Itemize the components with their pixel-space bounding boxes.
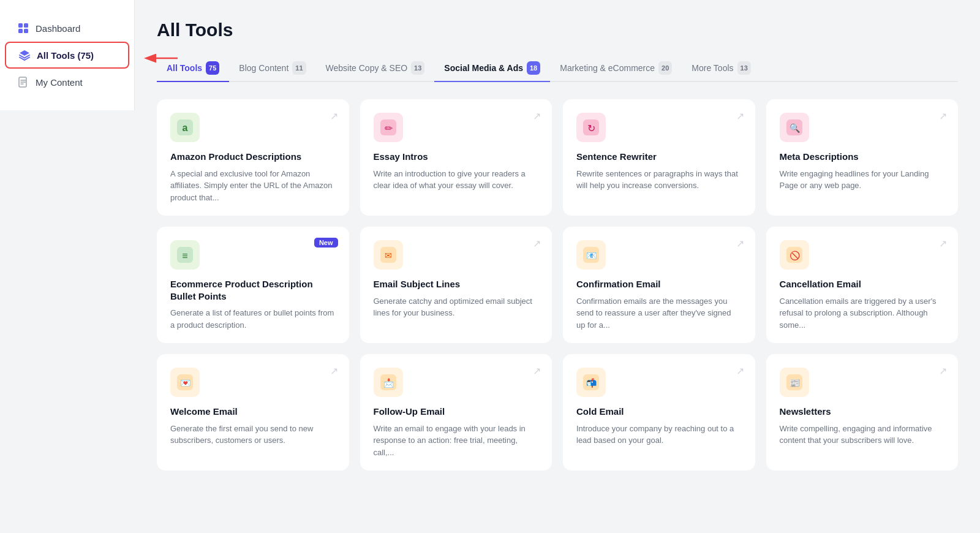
svg-text:≡: ≡ (182, 251, 187, 261)
svg-text:🚫: 🚫 (789, 251, 800, 261)
card-desc-confirmation-email: Confirmation emails are the messages you… (576, 295, 742, 331)
svg-rect-3 (24, 29, 28, 33)
card-icon-confirmation-email: 📧 (576, 240, 606, 270)
card-icon-cold-email: 📬 (576, 368, 606, 397)
card-desc-cold-email: Introduce your company by reaching out t… (576, 423, 742, 447)
card-followup-email[interactable]: 📩 ↗ Follow-Up Email Write an email to en… (360, 354, 552, 471)
card-cold-email[interactable]: 📬 ↗ Cold Email Introduce your company by… (563, 354, 755, 471)
tab-blog-content[interactable]: Blog Content 11 (229, 55, 315, 82)
tab-badge-all-tools: 75 (206, 61, 219, 75)
svg-text:💌: 💌 (180, 378, 191, 388)
card-title-followup-email: Follow-Up Email (374, 406, 539, 418)
svg-rect-2 (18, 29, 23, 33)
card-meta-descriptions[interactable]: 🔍 ↗ Meta Descriptions Write engaging hea… (766, 99, 959, 216)
tab-badge-blog-content: 11 (292, 61, 306, 75)
tab-more-tools[interactable]: More Tools 13 (682, 55, 760, 82)
card-title-amazon: Amazon Product Descriptions (170, 151, 336, 163)
card-icon-welcome-email: 💌 (170, 368, 200, 397)
card-essay-intros[interactable]: ✏ ↗ Essay Intros Write an introduction t… (360, 99, 552, 216)
card-icon-ecommerce-bullets: ≡ (170, 240, 200, 270)
arrow-icon: ↗ (736, 110, 744, 122)
card-confirmation-email[interactable]: 📧 ↗ Confirmation Email Confirmation emai… (563, 227, 755, 343)
card-newsletters[interactable]: 📰 ↗ Newsletters Write compelling, engagi… (766, 354, 959, 471)
tab-badge-website-copy: 13 (411, 61, 424, 75)
card-desc-ecommerce-bullets: Generate a list of features or bullet po… (170, 307, 336, 331)
card-desc-essay-intros: Write an introduction to give your reade… (374, 168, 539, 192)
svg-text:✉: ✉ (385, 251, 392, 260)
svg-text:a: a (183, 123, 188, 133)
tab-label-social-media: Social Media & Ads (444, 63, 523, 73)
card-desc-newsletters: Write compelling, engaging and informati… (780, 423, 945, 447)
tab-badge-more-tools: 13 (737, 61, 751, 75)
sidebar-label-all-tools: All Tools (75) (37, 50, 94, 61)
card-cancellation-email[interactable]: 🚫 ↗ Cancellation Email Cancellation emai… (766, 227, 959, 343)
grid-icon (17, 22, 29, 34)
tab-label-blog-content: Blog Content (239, 63, 288, 73)
card-title-newsletters: Newsletters (780, 406, 945, 418)
svg-text:📰: 📰 (789, 378, 800, 388)
sidebar-label-dashboard: Dashboard (36, 23, 80, 34)
card-icon-amazon: a (170, 113, 200, 142)
arrow-icon: ↗ (533, 365, 541, 377)
card-desc-cancellation-email: Cancellation emails are triggered by a u… (780, 295, 945, 331)
card-title-email-subject: Email Subject Lines (374, 278, 539, 290)
arrow-icon: ↗ (736, 238, 744, 249)
tab-website-copy[interactable]: Website Copy & SEO 13 (316, 55, 435, 82)
new-badge: New (314, 238, 338, 248)
svg-text:✏: ✏ (384, 123, 393, 134)
layers-icon (18, 49, 31, 61)
tab-marketing[interactable]: Marketing & eCommerce 20 (550, 55, 682, 82)
card-email-subject[interactable]: ✉ ↗ Email Subject Lines Generate catchy … (360, 227, 552, 343)
card-ecommerce-bullets[interactable]: ≡ New Ecommerce Product Description Bull… (157, 227, 349, 343)
card-title-ecommerce-bullets: Ecommerce Product Description Bullet Poi… (170, 278, 336, 302)
card-amazon[interactable]: a ↗ Amazon Product Descriptions A specia… (157, 99, 349, 216)
card-icon-meta-descriptions: 🔍 (780, 113, 809, 142)
card-welcome-email[interactable]: 💌 ↗ Welcome Email Generate the first ema… (157, 354, 349, 471)
svg-text:📩: 📩 (383, 378, 394, 388)
card-icon-email-subject: ✉ (374, 240, 403, 270)
card-title-welcome-email: Welcome Email (170, 406, 336, 418)
sidebar-item-all-tools[interactable]: All Tools (75) (5, 42, 129, 69)
tab-social-media[interactable]: Social Media & Ads 18 (434, 55, 550, 82)
card-sentence-rewriter[interactable]: ↻ ↗ Sentence Rewriter Rewrite sentences … (563, 99, 755, 216)
card-title-cancellation-email: Cancellation Email (780, 278, 945, 290)
svg-rect-1 (24, 23, 28, 28)
arrow-icon: ↗ (939, 365, 947, 377)
card-desc-email-subject: Generate catchy and optimized email subj… (374, 295, 539, 319)
page-title: All Tools (157, 20, 958, 40)
card-desc-welcome-email: Generate the first email you send to new… (170, 423, 336, 447)
arrow-icon: ↗ (939, 238, 947, 249)
arrow-icon: ↗ (330, 110, 338, 122)
svg-rect-0 (18, 23, 23, 28)
svg-text:↻: ↻ (587, 123, 595, 134)
arrow-icon: ↗ (736, 365, 744, 377)
card-desc-meta-descriptions: Write engaging headlines for your Landin… (780, 168, 945, 192)
card-icon-cancellation-email: 🚫 (780, 240, 809, 270)
arrow-icon: ↗ (330, 365, 338, 377)
card-title-sentence-rewriter: Sentence Rewriter (576, 151, 742, 163)
tabs-bar: All Tools 75 Blog Content 11 Website Cop… (157, 55, 958, 82)
sidebar-item-my-content[interactable]: My Content (5, 70, 129, 94)
card-icon-sentence-rewriter: ↻ (576, 113, 606, 142)
card-title-meta-descriptions: Meta Descriptions (780, 151, 945, 163)
card-title-essay-intros: Essay Intros (374, 151, 539, 163)
arrow-icon: ↗ (533, 110, 541, 122)
card-desc-followup-email: Write an email to engage with your leads… (374, 423, 539, 459)
svg-text:📬: 📬 (586, 378, 597, 388)
main-content: All Tools All Tools 75 Blog Content 11 W… (135, 0, 980, 533)
card-icon-newsletters: 📰 (780, 368, 809, 397)
card-desc-amazon: A special and exclusive tool for Amazon … (170, 168, 336, 204)
sidebar-item-dashboard[interactable]: Dashboard (5, 16, 129, 40)
card-icon-followup-email: 📩 (374, 368, 403, 397)
arrow-icon: ↗ (939, 110, 947, 122)
svg-text:🔍: 🔍 (789, 123, 800, 134)
tab-label-more-tools: More Tools (692, 63, 733, 73)
svg-text:📧: 📧 (586, 251, 597, 261)
sidebar-label-my-content: My Content (36, 77, 83, 88)
tab-label-website-copy: Website Copy & SEO (326, 63, 408, 73)
card-icon-essay-intros: ✏ (374, 113, 403, 142)
card-title-cold-email: Cold Email (576, 406, 742, 418)
tab-label-marketing: Marketing & eCommerce (560, 63, 655, 73)
tab-badge-marketing: 20 (658, 61, 672, 75)
sidebar: Dashboard All Tools (75) (0, 0, 135, 110)
